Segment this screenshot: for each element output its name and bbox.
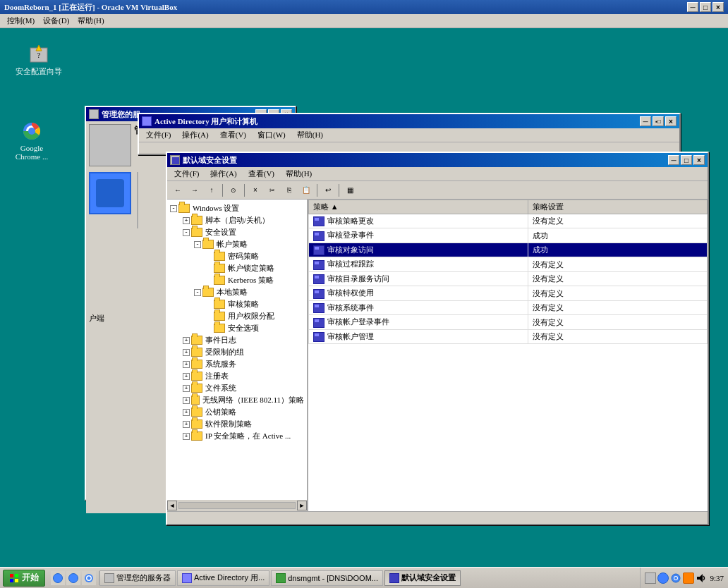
table-row[interactable]: 审核系统事件没有定义 <box>309 300 708 314</box>
col-policy[interactable]: 策略 ▲ <box>309 200 528 214</box>
ad-users-titlebar[interactable]: Active Directory 用户和计算机 ─ ▪□ × <box>139 114 679 128</box>
expand-pubkey[interactable]: + <box>183 409 190 416</box>
tree-item-audit[interactable]: + 审核策略 <box>170 298 304 310</box>
expand-windows-settings[interactable]: - <box>170 205 177 212</box>
tree-item-kerberos[interactable]: + Kerberos 策略 <box>170 274 304 286</box>
table-row[interactable]: 审核对象访问成功 <box>309 243 708 257</box>
expand-restrict[interactable]: + <box>183 421 190 428</box>
ad-users-menu-help[interactable]: 帮助(H) <box>293 128 327 142</box>
toolbar-cut[interactable]: ✂ <box>265 183 280 198</box>
ad-users-restore[interactable]: ▪□ <box>653 116 664 126</box>
tree-item-lockout[interactable]: + 帐户锁定策略 <box>170 262 304 274</box>
toolbar-undo[interactable]: ↩ <box>320 183 336 198</box>
toolbar-back[interactable]: ← <box>170 183 186 198</box>
tree-item-wireless[interactable]: + 无线网络（IEEE 802.11）策略 <box>170 394 304 406</box>
table-row[interactable]: 审核帐户管理没有定义 <box>309 329 708 343</box>
ad-users-menu-window[interactable]: 窗口(W) <box>253 128 290 142</box>
toolbar-copy[interactable]: ⎘ <box>281 183 297 198</box>
tree-item-local[interactable]: - 本地策略 <box>170 286 304 298</box>
toolbar-delete[interactable]: × <box>248 183 263 198</box>
security-policy-min[interactable]: ─ <box>668 155 679 165</box>
quicklaunch-ie2[interactable] <box>66 571 80 585</box>
table-row[interactable]: 审核目录服务访问没有定义 <box>309 271 708 286</box>
ad-users-menu-view[interactable]: 查看(V) <box>216 128 250 142</box>
col-setting[interactable]: 策略设置 <box>528 200 707 214</box>
security-menu-help[interactable]: 帮助(H) <box>281 167 316 180</box>
tray-icon-2[interactable] <box>657 572 669 584</box>
quicklaunch-chrome[interactable] <box>82 571 96 585</box>
ad-users-menu-action[interactable]: 操作(A) <box>178 128 212 142</box>
ad-users-menu-file[interactable]: 文件(F) <box>142 128 175 142</box>
tree-item-ipsec[interactable]: + IP 安全策略，在 Active ... <box>170 430 304 442</box>
quicklaunch-ie[interactable] <box>51 571 65 585</box>
expand-registry[interactable]: + <box>183 373 190 380</box>
hscroll-right[interactable]: ► <box>297 501 307 510</box>
tree-item-password[interactable]: + 密码策略 <box>170 250 304 262</box>
table-row[interactable]: 审核特权使用没有定义 <box>309 286 708 300</box>
tray-icon-4[interactable] <box>683 572 694 584</box>
hscroll-left[interactable]: ◄ <box>167 501 177 510</box>
table-row[interactable]: 审核策略更改没有定义 <box>309 214 708 228</box>
taskbar-item-security[interactable]: 默认域安全设置 <box>384 570 461 586</box>
tree-item-userright[interactable]: + 用户权限分配 <box>170 310 304 322</box>
tree-item-sysservices[interactable]: + 系统服务 <box>170 358 304 370</box>
security-policy-close[interactable]: × <box>693 155 705 165</box>
expand-ipsec[interactable]: + <box>183 433 190 440</box>
hscroll-track[interactable] <box>178 502 296 509</box>
tree-item-windows-settings[interactable]: - Windows 设置 <box>170 202 304 214</box>
tree-hscroll[interactable]: ◄ ► <box>167 500 307 511</box>
tree-item-filesystem[interactable]: + 文件系统 <box>170 382 304 394</box>
expand-eventlog[interactable]: + <box>183 337 190 344</box>
tree-label-security: 安全设置 <box>205 227 236 238</box>
tree-item-restrict[interactable]: + 软件限制策略 <box>170 418 304 430</box>
vbox-max-button[interactable]: □ <box>700 2 711 12</box>
security-menu-view[interactable]: 查看(V) <box>244 167 279 180</box>
expand-wireless[interactable]: + <box>183 397 190 404</box>
expand-security[interactable]: - <box>183 229 190 236</box>
vbox-menu-control[interactable]: 控制(M) <box>3 14 39 27</box>
toolbar-paste[interactable]: 📋 <box>298 183 314 198</box>
vbox-close-button[interactable]: × <box>712 2 724 12</box>
security-policy-max[interactable]: □ <box>681 155 692 165</box>
folder-security-icon <box>191 228 202 237</box>
table-row[interactable]: 审核帐户登录事件没有定义 <box>309 315 708 329</box>
tree-item-pubkey[interactable]: + 公钥策略 <box>170 406 304 418</box>
tree-item-scripts[interactable]: + 脚本（启动/关机） <box>170 214 304 226</box>
taskbar-item-manage[interactable]: 管理您的服务器 <box>99 570 176 586</box>
expand-scripts[interactable]: + <box>183 217 190 224</box>
ad-users-min[interactable]: ─ <box>640 116 651 126</box>
toolbar-forward[interactable]: → <box>187 183 202 198</box>
toolbar-up[interactable]: ↑ <box>204 183 219 198</box>
taskbar-item-ad[interactable]: Active Directory 用... <box>177 570 269 586</box>
vbox-min-button[interactable]: ─ <box>687 2 698 12</box>
expand-filesystem[interactable]: + <box>183 385 190 392</box>
tree-item-registry[interactable]: + 注册表 <box>170 370 304 382</box>
tree-item-eventlog[interactable]: + 事件日志 <box>170 334 304 346</box>
expand-restricted[interactable]: + <box>183 349 190 356</box>
tray-icon-volume[interactable] <box>696 572 707 584</box>
ad-users-close[interactable]: × <box>665 116 677 126</box>
security-menu-file[interactable]: 文件(F) <box>170 167 203 180</box>
tree-item-restricted[interactable]: + 受限制的组 <box>170 346 304 358</box>
desktop-icon-security-wizard[interactable]: ? 安全配置向导 <box>14 42 63 77</box>
vbox-menu-help[interactable]: 帮助(H) <box>73 14 108 27</box>
security-policy-tree[interactable]: - Windows 设置 + 脚本（启动/关机） - <box>167 200 308 511</box>
toolbar-properties[interactable]: ▦ <box>342 183 358 198</box>
tray-icon-3[interactable] <box>670 572 681 584</box>
expand-local[interactable]: - <box>194 289 201 296</box>
tree-item-account[interactable]: - 帐户策略 <box>170 238 304 250</box>
taskbar-item-dns[interactable]: dnsmgmt - [DNS\DOOM... <box>271 570 383 586</box>
security-menu-action[interactable]: 操作(A) <box>206 167 241 180</box>
expand-account[interactable]: - <box>194 241 201 248</box>
vbox-menu-devices[interactable]: 设备(D) <box>39 14 73 27</box>
tree-item-secopts[interactable]: + 安全选项 <box>170 322 304 334</box>
expand-sysservices[interactable]: + <box>183 361 190 368</box>
tray-icon-1[interactable] <box>645 572 656 584</box>
security-policy-titlebar[interactable]: 默认域安全设置 ─ □ × <box>167 153 708 167</box>
table-row[interactable]: 审核登录事件成功 <box>309 228 708 243</box>
table-row[interactable]: 审核过程跟踪没有定义 <box>309 257 708 271</box>
start-button[interactable]: 开始 <box>3 570 45 587</box>
desktop-icon-chrome[interactable]: Google Chrome ... <box>7 120 56 161</box>
toolbar-view[interactable]: ⊙ <box>226 183 241 198</box>
tree-item-security[interactable]: - 安全设置 <box>170 226 304 238</box>
